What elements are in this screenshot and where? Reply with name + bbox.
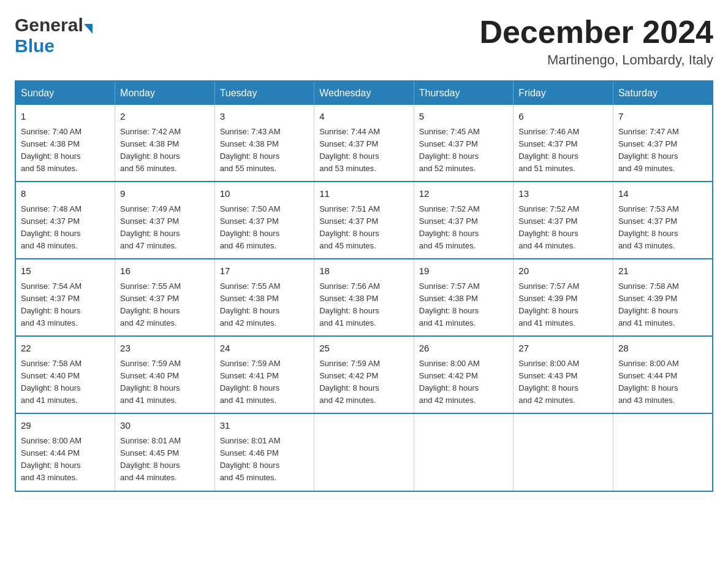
day-number: 19 xyxy=(419,264,509,278)
calendar-day-cell: 29 Sunrise: 8:00 AMSunset: 4:44 PMDaylig… xyxy=(15,413,115,491)
calendar-day-cell xyxy=(514,413,613,491)
calendar-day-cell: 6 Sunrise: 7:46 AMSunset: 4:37 PMDayligh… xyxy=(514,105,613,182)
day-info: Sunrise: 7:48 AMSunset: 4:37 PMDaylight:… xyxy=(21,203,110,253)
day-number: 1 xyxy=(21,110,110,124)
day-number: 9 xyxy=(120,187,210,201)
day-info: Sunrise: 7:52 AMSunset: 4:37 PMDaylight:… xyxy=(419,203,509,253)
logo-general-text: General xyxy=(15,15,83,36)
calendar-day-cell: 1 Sunrise: 7:40 AMSunset: 4:38 PMDayligh… xyxy=(15,105,115,182)
title-section: December 2024 Martinengo, Lombardy, Ital… xyxy=(479,15,713,68)
day-info: Sunrise: 8:00 AMSunset: 4:44 PMDaylight:… xyxy=(618,358,707,407)
calendar-day-cell: 14 Sunrise: 7:53 AMSunset: 4:37 PMDaylig… xyxy=(613,182,713,259)
day-number: 12 xyxy=(419,187,509,201)
calendar-day-cell: 25 Sunrise: 7:59 AMSunset: 4:42 PMDaylig… xyxy=(314,336,414,413)
day-info: Sunrise: 8:01 AMSunset: 4:46 PMDaylight:… xyxy=(220,435,309,484)
day-number: 25 xyxy=(319,342,409,356)
day-info: Sunrise: 7:47 AMSunset: 4:37 PMDaylight:… xyxy=(618,126,707,175)
day-number: 20 xyxy=(518,264,608,278)
day-info: Sunrise: 7:55 AMSunset: 4:38 PMDaylight:… xyxy=(220,280,309,330)
day-info: Sunrise: 7:49 AMSunset: 4:37 PMDaylight:… xyxy=(120,203,210,253)
day-number: 5 xyxy=(419,110,509,124)
location-text: Martinengo, Lombardy, Italy xyxy=(479,52,713,68)
day-info: Sunrise: 7:57 AMSunset: 4:39 PMDaylight:… xyxy=(518,280,608,330)
day-info: Sunrise: 7:43 AMSunset: 4:38 PMDaylight:… xyxy=(220,126,309,175)
day-number: 16 xyxy=(120,264,210,278)
calendar-day-cell: 30 Sunrise: 8:01 AMSunset: 4:45 PMDaylig… xyxy=(115,413,215,491)
calendar-day-cell xyxy=(414,413,514,491)
calendar-day-cell: 10 Sunrise: 7:50 AMSunset: 4:37 PMDaylig… xyxy=(214,182,314,259)
day-number: 28 xyxy=(618,342,707,356)
logo-arrow-icon xyxy=(84,24,93,34)
day-info: Sunrise: 7:53 AMSunset: 4:37 PMDaylight:… xyxy=(618,203,707,253)
calendar-day-cell: 19 Sunrise: 7:57 AMSunset: 4:38 PMDaylig… xyxy=(414,259,514,336)
day-number: 2 xyxy=(120,110,210,124)
day-of-week-header: Monday xyxy=(115,81,215,105)
day-number: 24 xyxy=(220,342,309,356)
page-header: General Blue December 2024 Martinengo, L… xyxy=(15,15,713,68)
calendar-day-cell: 31 Sunrise: 8:01 AMSunset: 4:46 PMDaylig… xyxy=(214,413,314,491)
day-of-week-header: Friday xyxy=(514,81,613,105)
day-number: 6 xyxy=(518,110,608,124)
calendar-week-row: 15 Sunrise: 7:54 AMSunset: 4:37 PMDaylig… xyxy=(15,259,713,336)
day-number: 14 xyxy=(618,187,707,201)
calendar-day-cell: 2 Sunrise: 7:42 AMSunset: 4:38 PMDayligh… xyxy=(115,105,215,182)
day-number: 17 xyxy=(220,264,309,278)
day-number: 30 xyxy=(120,419,210,433)
calendar-day-cell: 13 Sunrise: 7:52 AMSunset: 4:37 PMDaylig… xyxy=(514,182,613,259)
day-info: Sunrise: 7:58 AMSunset: 4:40 PMDaylight:… xyxy=(21,358,110,407)
calendar-table: SundayMondayTuesdayWednesdayThursdayFrid… xyxy=(15,80,713,491)
calendar-day-cell: 15 Sunrise: 7:54 AMSunset: 4:37 PMDaylig… xyxy=(15,259,115,336)
calendar-day-cell: 7 Sunrise: 7:47 AMSunset: 4:37 PMDayligh… xyxy=(613,105,713,182)
logo-blue-text: Blue xyxy=(15,36,55,56)
day-info: Sunrise: 7:45 AMSunset: 4:37 PMDaylight:… xyxy=(419,126,509,175)
day-info: Sunrise: 7:56 AMSunset: 4:38 PMDaylight:… xyxy=(319,280,409,330)
calendar-day-cell: 28 Sunrise: 8:00 AMSunset: 4:44 PMDaylig… xyxy=(613,336,713,413)
calendar-day-cell: 8 Sunrise: 7:48 AMSunset: 4:37 PMDayligh… xyxy=(15,182,115,259)
day-number: 27 xyxy=(518,342,608,356)
logo: General Blue xyxy=(15,15,93,56)
day-info: Sunrise: 7:52 AMSunset: 4:37 PMDaylight:… xyxy=(518,203,608,253)
day-info: Sunrise: 7:46 AMSunset: 4:37 PMDaylight:… xyxy=(518,126,608,175)
day-info: Sunrise: 7:55 AMSunset: 4:37 PMDaylight:… xyxy=(120,280,210,330)
day-of-week-header: Saturday xyxy=(613,81,713,105)
calendar-week-row: 22 Sunrise: 7:58 AMSunset: 4:40 PMDaylig… xyxy=(15,336,713,413)
day-info: Sunrise: 7:40 AMSunset: 4:38 PMDaylight:… xyxy=(21,126,110,175)
day-of-week-header: Tuesday xyxy=(214,81,314,105)
calendar-day-cell xyxy=(613,413,713,491)
day-number: 4 xyxy=(319,110,409,124)
day-info: Sunrise: 7:58 AMSunset: 4:39 PMDaylight:… xyxy=(618,280,707,330)
calendar-week-row: 1 Sunrise: 7:40 AMSunset: 4:38 PMDayligh… xyxy=(15,105,713,182)
calendar-day-cell: 23 Sunrise: 7:59 AMSunset: 4:40 PMDaylig… xyxy=(115,336,215,413)
day-info: Sunrise: 7:44 AMSunset: 4:37 PMDaylight:… xyxy=(319,126,409,175)
calendar-day-cell: 21 Sunrise: 7:58 AMSunset: 4:39 PMDaylig… xyxy=(613,259,713,336)
calendar-day-cell: 26 Sunrise: 8:00 AMSunset: 4:42 PMDaylig… xyxy=(414,336,514,413)
day-info: Sunrise: 8:00 AMSunset: 4:43 PMDaylight:… xyxy=(518,358,608,407)
calendar-day-cell xyxy=(314,413,414,491)
calendar-day-cell: 20 Sunrise: 7:57 AMSunset: 4:39 PMDaylig… xyxy=(514,259,613,336)
day-info: Sunrise: 7:54 AMSunset: 4:37 PMDaylight:… xyxy=(21,280,110,330)
calendar-week-row: 29 Sunrise: 8:00 AMSunset: 4:44 PMDaylig… xyxy=(15,413,713,491)
day-of-week-header: Sunday xyxy=(15,81,115,105)
day-number: 7 xyxy=(618,110,707,124)
day-of-week-header: Thursday xyxy=(414,81,514,105)
calendar-day-cell: 17 Sunrise: 7:55 AMSunset: 4:38 PMDaylig… xyxy=(214,259,314,336)
day-info: Sunrise: 7:57 AMSunset: 4:38 PMDaylight:… xyxy=(419,280,509,330)
calendar-day-cell: 27 Sunrise: 8:00 AMSunset: 4:43 PMDaylig… xyxy=(514,336,613,413)
calendar-day-cell: 4 Sunrise: 7:44 AMSunset: 4:37 PMDayligh… xyxy=(314,105,414,182)
day-of-week-header: Wednesday xyxy=(314,81,414,105)
calendar-day-cell: 9 Sunrise: 7:49 AMSunset: 4:37 PMDayligh… xyxy=(115,182,215,259)
day-info: Sunrise: 7:42 AMSunset: 4:38 PMDaylight:… xyxy=(120,126,210,175)
calendar-day-cell: 22 Sunrise: 7:58 AMSunset: 4:40 PMDaylig… xyxy=(15,336,115,413)
day-info: Sunrise: 8:00 AMSunset: 4:42 PMDaylight:… xyxy=(419,358,509,407)
day-number: 21 xyxy=(618,264,707,278)
day-number: 15 xyxy=(21,264,110,278)
day-info: Sunrise: 7:51 AMSunset: 4:37 PMDaylight:… xyxy=(319,203,409,253)
day-number: 3 xyxy=(220,110,309,124)
calendar-day-cell: 11 Sunrise: 7:51 AMSunset: 4:37 PMDaylig… xyxy=(314,182,414,259)
calendar-week-row: 8 Sunrise: 7:48 AMSunset: 4:37 PMDayligh… xyxy=(15,182,713,259)
day-number: 22 xyxy=(21,342,110,356)
day-info: Sunrise: 7:59 AMSunset: 4:41 PMDaylight:… xyxy=(220,358,309,407)
day-info: Sunrise: 8:00 AMSunset: 4:44 PMDaylight:… xyxy=(21,435,110,484)
day-number: 10 xyxy=(220,187,309,201)
day-number: 23 xyxy=(120,342,210,356)
